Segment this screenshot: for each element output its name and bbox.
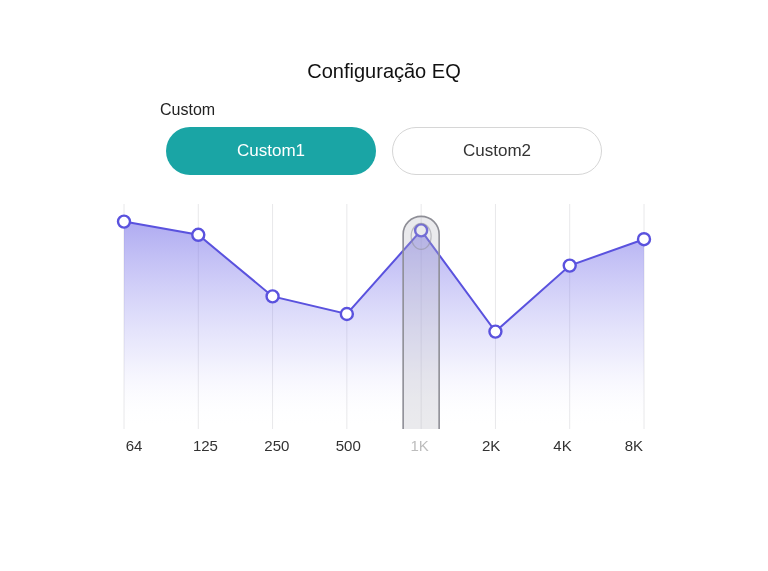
preset-tabs: Custom1 Custom2: [0, 127, 768, 175]
page-title: Configuração EQ: [0, 60, 768, 83]
x-axis: 641252505001K2K4K8K: [114, 437, 654, 454]
tab-custom1[interactable]: Custom1: [166, 127, 376, 175]
eq-handle-125[interactable]: [192, 229, 204, 241]
x-tick-label: 64: [114, 437, 154, 454]
x-tick-label: 250: [257, 437, 297, 454]
x-tick-label: 1K: [400, 437, 440, 454]
eq-handle-8K[interactable]: [638, 233, 650, 245]
chart-svg: [114, 199, 654, 429]
eq-handle-2K[interactable]: [489, 326, 501, 338]
eq-handle-64[interactable]: [118, 216, 130, 228]
tab-custom2[interactable]: Custom2: [392, 127, 602, 175]
eq-handle-250[interactable]: [267, 290, 279, 302]
x-tick-label: 500: [328, 437, 368, 454]
x-tick-label: 8K: [614, 437, 654, 454]
eq-handle-4K[interactable]: [564, 260, 576, 272]
x-tick-label: 4K: [543, 437, 583, 454]
finger-icon: [403, 216, 439, 429]
eq-chart[interactable]: [114, 199, 654, 429]
x-tick-label: 2K: [471, 437, 511, 454]
x-tick-label: 125: [185, 437, 225, 454]
subtitle-label: Custom: [160, 101, 768, 119]
eq-handle-500[interactable]: [341, 308, 353, 320]
